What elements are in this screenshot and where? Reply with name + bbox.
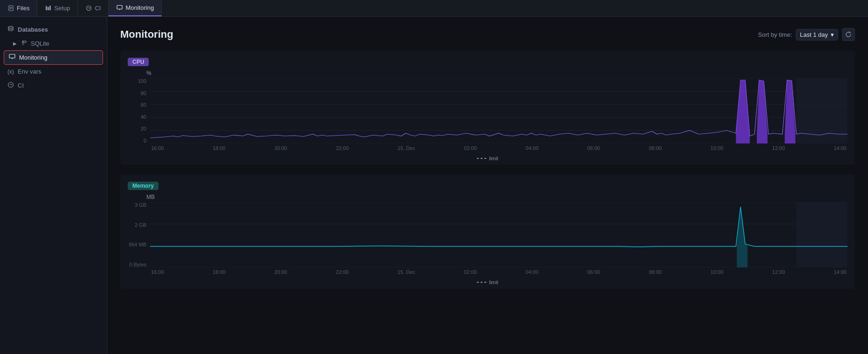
nav-files[interactable]: Files [0,0,37,16]
nav-monitoring[interactable]: Monitoring [109,0,162,16]
sqlite-icon [21,40,27,47]
svg-marker-23 [736,80,750,143]
memory-y-3gb: 3 GB [135,202,148,208]
cpu-x-1800: 18:00 [213,145,226,151]
cpu-legend: limit [128,156,847,161]
cpu-x-0800: 08:00 [649,145,662,151]
memory-svg-area [150,202,847,267]
cpu-x-axis: 16:00 18:00 20:00 22:00 15. Dec 02:00 04… [150,145,847,151]
cpu-y-0: 0 [144,138,148,143]
svg-marker-31 [737,207,748,267]
sidebar-item-env-vars[interactable]: (x) Env vars [0,65,107,78]
nav-setup-label: Setup [54,5,70,12]
sort-select[interactable]: Last 1 day ▾ [796,29,838,41]
cpu-y-80: 80 [141,90,148,96]
chevron-icon: ▶ [13,41,17,46]
mem-x-1800: 18:00 [213,269,226,275]
env-icon: (x) [7,68,14,75]
cpu-y-60: 60 [141,102,148,108]
sort-label: Sort by time: [758,31,792,38]
sidebar-item-sqlite[interactable]: ▶ SQLite [0,37,107,50]
memory-x-axis: 16:00 18:00 20:00 22:00 15. Dec 02:00 04… [150,269,847,275]
svg-rect-5 [48,7,49,10]
memory-y-954mb: 954 MB [129,242,148,247]
svg-rect-12 [9,54,15,58]
cpu-x-0600: 06:00 [587,145,600,151]
sidebar-envvars-label: Env vars [18,68,41,75]
cpu-y-axis: 100 80 60 40 20 0 [128,78,148,143]
sidebar-item-ci[interactable]: CI [0,78,107,93]
mem-x-1400: 14:00 [834,269,847,275]
sidebar: Databases ▶ SQLite Monitoring [0,17,107,354]
cpu-chart-wrapper: 100 80 60 40 20 0 [150,78,847,153]
memory-badge: Memory [128,182,158,190]
mem-x-0400: 04:00 [526,269,539,275]
monitoring-icon [116,5,123,11]
cpu-x-dec15: 15. Dec [398,145,415,151]
cpu-chart-container: CPU % 100 80 60 40 20 0 [120,50,855,165]
ci-icon [85,5,92,12]
nav-files-label: Files [17,5,29,12]
svg-point-15 [8,82,14,88]
memory-y-axis: 3 GB 2 GB 954 MB 0 Bytes [128,202,148,267]
nav-ci-label: CI [95,5,101,12]
monitor-icon [9,54,15,61]
nav-setup[interactable]: Setup [37,0,78,16]
svg-rect-4 [46,6,47,10]
memory-legend: limit [128,279,847,285]
cpu-x-2200: 22:00 [336,145,349,151]
content-header: Monitoring Sort by time: Last 1 day ▾ [120,28,855,41]
ci-sidebar-icon [7,82,14,89]
cpu-x-0200: 02:00 [464,145,477,151]
chevron-down-icon: ▾ [831,31,834,38]
memory-legend-dash [477,282,486,283]
cpu-svg-area [150,78,847,143]
mem-x-0600: 06:00 [587,269,600,275]
cpu-y-40: 40 [141,114,148,120]
nav-ci[interactable]: CI [78,0,109,16]
legend-dash [477,158,486,159]
mem-x-1600: 16:00 [151,269,164,275]
cpu-x-1600: 16:00 [151,145,164,151]
setup-icon [45,5,51,12]
mem-x-2000: 20:00 [274,269,287,275]
mem-x-1000: 10:00 [710,269,723,275]
mem-x-2200: 22:00 [336,269,349,275]
cpu-x-2000: 20:00 [274,145,287,151]
cpu-x-1400: 14:00 [834,145,847,151]
page-title: Monitoring [120,28,173,41]
sort-controls: Sort by time: Last 1 day ▾ [758,28,855,41]
mem-x-1200: 12:00 [772,269,785,275]
cpu-y-100: 100 [138,78,148,84]
memory-y-0: 0 Bytes [129,262,148,267]
files-icon [7,5,14,12]
sidebar-databases-label: Databases [18,26,48,33]
main-layout: Databases ▶ SQLite Monitoring [0,17,868,354]
sidebar-item-monitoring[interactable]: Monitoring [4,50,103,65]
cpu-badge: CPU [128,58,149,66]
mem-x-0200: 02:00 [464,269,477,275]
database-icon [7,26,14,34]
cpu-unit: % [146,70,847,76]
cpu-x-1000: 10:00 [710,145,723,151]
memory-legend-label: limit [489,279,498,285]
sidebar-monitoring-label: Monitoring [19,54,48,61]
cpu-y-20: 20 [141,126,148,131]
main-content: Monitoring Sort by time: Last 1 day ▾ CP… [107,17,868,354]
memory-unit: MB [146,194,847,200]
svg-rect-30 [796,202,847,267]
top-nav: Files Setup CI Mo [0,0,868,17]
memory-chart-container: Memory MB 3 GB 2 GB 954 MB 0 Bytes [120,174,855,289]
memory-y-2gb: 2 GB [135,222,148,228]
cpu-x-1200: 12:00 [772,145,785,151]
sort-value: Last 1 day [800,31,828,38]
svg-point-11 [8,27,13,28]
mem-x-dec15: 15. Dec [398,269,415,275]
svg-rect-6 [49,6,51,10]
cpu-x-0400: 04:00 [526,145,539,151]
sidebar-ci-label: CI [18,82,24,89]
refresh-button[interactable] [842,28,855,41]
svg-rect-8 [117,6,122,9]
sidebar-item-databases[interactable]: Databases [0,22,107,37]
mem-x-0800: 08:00 [649,269,662,275]
